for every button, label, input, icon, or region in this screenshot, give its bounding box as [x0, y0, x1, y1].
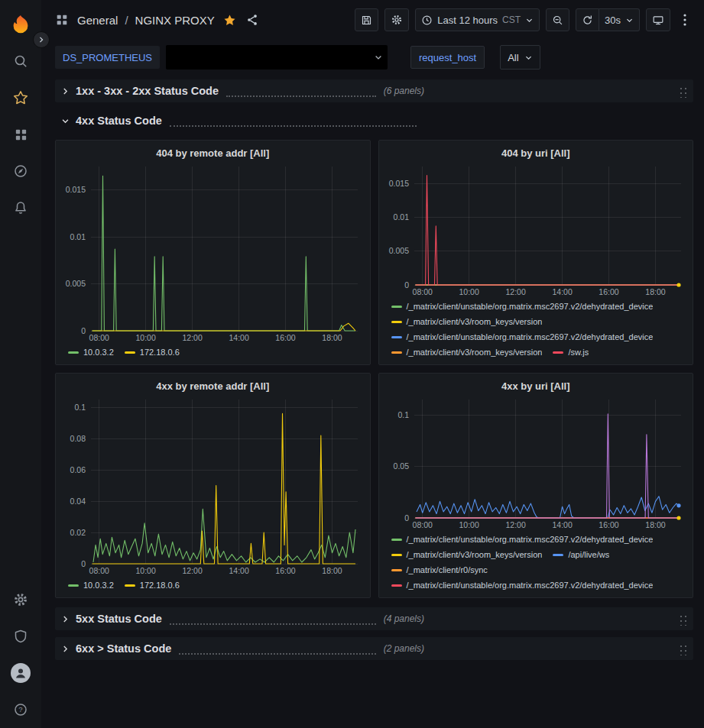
legend-swatch — [391, 569, 402, 571]
legend-swatch — [391, 554, 402, 556]
variable-label-request-host[interactable]: request_host — [410, 46, 485, 69]
zoom-out-button[interactable] — [546, 8, 569, 31]
refresh-group: 30s — [576, 8, 640, 31]
svg-text:0: 0 — [81, 326, 86, 335]
sidebar-item-dashboards[interactable] — [0, 116, 41, 153]
panel-title[interactable]: 4xx by remote addr [All] — [62, 377, 364, 395]
save-dashboard-button[interactable] — [355, 8, 378, 31]
drag-handle[interactable] — [678, 85, 688, 98]
panel-title[interactable]: 4xx by uri [All] — [385, 377, 687, 395]
breadcrumb-dashboard-title[interactable]: NGINX PROXY — [135, 14, 215, 27]
chevron-down-icon — [525, 16, 534, 24]
timeseries-chart-4xx-by-remote-addr[interactable]: 08:0010:0012:0014:0016:0018:0000.020.040… — [62, 395, 364, 576]
legend-item[interactable]: 10.0.3.2 — [68, 345, 114, 360]
breadcrumb-separator: / — [125, 14, 128, 27]
chevron-down-icon — [374, 53, 383, 62]
legend-item[interactable]: /_matrix/client/v3/room_keys/version — [391, 314, 543, 329]
svg-text:18:00: 18:00 — [645, 520, 665, 529]
sidebar-expand-button[interactable] — [33, 31, 50, 48]
legend-item[interactable]: 172.18.0.6 — [125, 578, 180, 593]
legend-item[interactable]: /_matrix/client/v3/room_keys/version — [391, 345, 543, 360]
kiosk-mode-button[interactable] — [646, 8, 670, 31]
legend-item[interactable]: 10.0.3.2 — [68, 578, 114, 593]
legend-item[interactable]: /sw.js — [553, 345, 589, 360]
chevron-right-icon — [61, 87, 70, 95]
svg-text:0.1: 0.1 — [397, 410, 409, 419]
timeseries-chart-404-by-remote-addr[interactable]: 08:0010:0012:0014:0016:0018:0000.0050.01… — [62, 162, 364, 343]
legend-item[interactable]: /_matrix/client/unstable/org.matrix.msc2… — [391, 532, 654, 547]
legend-item[interactable]: /_matrix/client/unstable/org.matrix.msc2… — [391, 329, 654, 345]
svg-text:0.1: 0.1 — [74, 403, 86, 412]
sidebar-item-starred[interactable] — [0, 79, 41, 116]
drag-handle[interactable] — [678, 642, 688, 655]
legend-swatch — [391, 539, 402, 541]
share-icon[interactable] — [245, 12, 260, 28]
refresh-button[interactable] — [576, 8, 599, 31]
svg-text:12:00: 12:00 — [182, 566, 202, 575]
legend-swatch — [125, 351, 135, 354]
timeseries-chart-404-by-uri[interactable]: 08:0010:0012:0014:0016:0018:0000.0050.01… — [385, 162, 687, 297]
row-4xx-status-code[interactable]: 4xx Status Code — [55, 109, 693, 132]
legend-item[interactable]: 172.18.0.6 — [125, 345, 180, 360]
legend-swatch — [553, 554, 563, 556]
legend-swatch — [68, 584, 79, 587]
chevron-right-icon — [61, 615, 70, 623]
svg-text:08:00: 08:00 — [89, 333, 109, 342]
row-5xx-status-code[interactable]: 5xx Status Code (4 panels) — [55, 607, 693, 630]
row-panel-count: (2 panels) — [384, 643, 424, 654]
dashboards-icon — [14, 128, 28, 142]
sidebar: ? — [0, 0, 41, 728]
variable-dropdown-ds-prometheus[interactable] — [166, 45, 388, 70]
svg-text:08:00: 08:00 — [412, 520, 432, 529]
svg-text:14:00: 14:00 — [229, 566, 248, 575]
legend-label: /_matrix/client/unstable/org.matrix.msc2… — [407, 302, 654, 311]
svg-text:10:00: 10:00 — [459, 287, 479, 296]
svg-text:0: 0 — [404, 513, 409, 523]
dashboard-settings-button[interactable] — [384, 8, 409, 31]
legend-label: /_matrix/client/v3/room_keys/version — [407, 317, 543, 326]
legend-swatch — [553, 351, 563, 354]
legend-item[interactable]: /_matrix/client/r0/sync — [391, 562, 488, 578]
svg-text:08:00: 08:00 — [412, 287, 432, 296]
svg-text:0.01: 0.01 — [393, 212, 409, 222]
svg-text:16:00: 16:00 — [275, 333, 295, 342]
variable-value-request-host: All — [508, 52, 518, 63]
svg-text:0.015: 0.015 — [66, 185, 86, 194]
legend-label: 172.18.0.6 — [140, 581, 180, 590]
legend-item[interactable]: /api/live/ws — [553, 547, 609, 562]
sidebar-item-alerting[interactable] — [0, 189, 41, 226]
svg-text:10:00: 10:00 — [459, 520, 479, 529]
legend-item[interactable]: /_matrix/client/unstable/org.matrix.msc2… — [391, 299, 654, 314]
more-options-button[interactable] — [676, 8, 693, 31]
svg-text:0.005: 0.005 — [388, 246, 408, 255]
legend-item[interactable]: /_matrix/client/unstable/org.matrix.msc2… — [391, 578, 654, 593]
avatar — [11, 663, 31, 683]
refresh-interval-dropdown[interactable]: 30s — [599, 8, 640, 31]
row-1xx-3xx-2xx-status-code[interactable]: 1xx - 3xx - 2xx Status Code (6 panels) — [55, 79, 693, 102]
star-filled-icon[interactable] — [222, 12, 238, 28]
legend-item[interactable]: /_matrix/client/v3/room_keys/version — [391, 547, 543, 562]
monitor-icon — [652, 15, 664, 26]
svg-text:16:00: 16:00 — [599, 287, 618, 296]
panel-title[interactable]: 404 by uri [All] — [385, 144, 687, 162]
sidebar-item-configuration[interactable] — [0, 581, 41, 618]
drag-handle[interactable] — [678, 613, 688, 626]
panel-4xx-by-uri: 4xx by uri [All] 08:0010:0012:0014:0016:… — [378, 373, 694, 598]
sidebar-item-profile[interactable] — [0, 655, 41, 691]
variable-dropdown-request-host[interactable]: All — [500, 45, 540, 70]
breadcrumb-folder[interactable]: General — [77, 14, 118, 27]
legend-label: /_matrix/client/unstable/org.matrix.msc2… — [407, 332, 654, 341]
sidebar-item-explore[interactable] — [0, 153, 41, 189]
sidebar-item-search[interactable] — [0, 43, 41, 79]
row-title: 6xx > Status Code — [76, 642, 171, 655]
timeseries-chart-4xx-by-uri[interactable]: 08:0010:0012:0014:0016:0018:0000.050.1 — [385, 395, 687, 530]
panel-title[interactable]: 404 by remote addr [All] — [62, 144, 364, 162]
sidebar-item-help[interactable]: ? — [0, 691, 41, 728]
sidebar-item-server-admin[interactable] — [0, 618, 41, 655]
row-6xx-status-code[interactable]: 6xx > Status Code (2 panels) — [55, 637, 693, 660]
svg-text:16:00: 16:00 — [275, 566, 295, 575]
search-icon — [13, 53, 28, 69]
row-title: 5xx Status Code — [76, 613, 162, 625]
svg-text:12:00: 12:00 — [505, 520, 525, 529]
time-range-picker[interactable]: Last 12 hours CST — [415, 8, 540, 31]
